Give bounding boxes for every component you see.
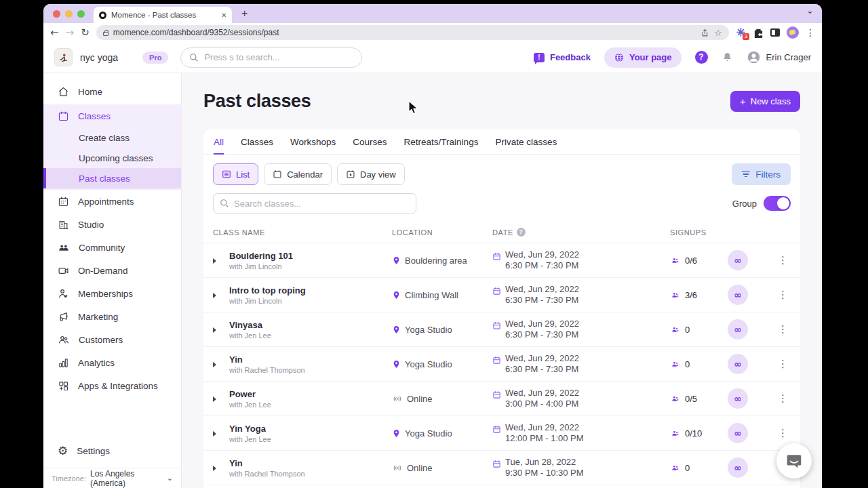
row-menu-icon[interactable]: ⋮ bbox=[778, 427, 788, 439]
minimize-window-button[interactable] bbox=[65, 10, 73, 18]
tab-all[interactable]: All bbox=[214, 129, 224, 154]
recurring-infinity-badge[interactable]: ∞ bbox=[728, 285, 748, 305]
reload-button[interactable]: ↻ bbox=[81, 28, 90, 38]
group-toggle[interactable] bbox=[764, 196, 791, 211]
class-signups: 0/10 bbox=[670, 428, 728, 439]
new-tab-button[interactable]: + bbox=[241, 7, 248, 20]
sidebar-item-community[interactable]: Community bbox=[43, 236, 181, 259]
people-icon bbox=[58, 242, 70, 253]
back-button[interactable]: ← bbox=[50, 28, 59, 38]
class-location: Online bbox=[392, 394, 492, 404]
sidebar-item-analytics[interactable]: Analytics bbox=[43, 351, 181, 374]
table-row[interactable]: Yinwith Rachel ThompsonYoga StudioWed, J… bbox=[203, 347, 800, 382]
calendar-icon bbox=[492, 321, 501, 330]
expand-caret-icon[interactable] bbox=[213, 431, 216, 436]
expand-caret-icon[interactable] bbox=[213, 327, 216, 333]
tab-title: Momence - Past classes bbox=[111, 11, 216, 19]
building-icon bbox=[58, 219, 69, 230]
sidebar-item-marketing[interactable]: Marketing bbox=[43, 305, 181, 328]
forward-button[interactable]: → bbox=[66, 28, 75, 38]
timezone-label: Timezone: bbox=[52, 474, 86, 483]
org-logo[interactable] bbox=[54, 48, 73, 66]
recurring-infinity-badge[interactable]: ∞ bbox=[728, 250, 748, 270]
expand-caret-icon[interactable] bbox=[213, 258, 216, 264]
sidebar-item-on-demand[interactable]: On-Demand bbox=[43, 259, 181, 282]
table-row[interactable]: Intro to top ropingwith Jim LincolnClimb… bbox=[203, 278, 800, 312]
close-tab-icon[interactable]: × bbox=[221, 10, 226, 20]
help-icon[interactable]: ? bbox=[695, 51, 708, 64]
your-page-button[interactable]: Your page bbox=[604, 47, 682, 68]
bookmark-star-icon[interactable]: ☆ bbox=[714, 28, 722, 38]
sidebar-item-create-class[interactable]: Create class bbox=[43, 127, 181, 148]
tab-courses[interactable]: Courses bbox=[353, 129, 387, 154]
sidebar-item-apps-integrations[interactable]: Apps & Integrations bbox=[43, 374, 181, 397]
appointments-calendar-icon bbox=[58, 196, 69, 207]
recurring-infinity-badge[interactable]: ∞ bbox=[728, 354, 748, 374]
browser-profile-avatar[interactable] bbox=[787, 26, 799, 39]
tab-workshops[interactable]: Workshops bbox=[290, 129, 336, 154]
sidebar-item-memberships[interactable]: Memberships bbox=[43, 282, 181, 305]
feedback-bubble-icon: ! bbox=[534, 53, 545, 62]
sidebar-item-studio[interactable]: Studio bbox=[43, 213, 181, 236]
recurring-infinity-badge[interactable]: ∞ bbox=[728, 319, 748, 340]
side-panel-icon[interactable] bbox=[770, 28, 780, 37]
list-view-button[interactable]: List bbox=[213, 163, 258, 185]
sidebar-item-upcoming-classes[interactable]: Upcoming classes bbox=[43, 148, 181, 168]
sidebar-item-classes[interactable]: Classes bbox=[43, 104, 181, 127]
class-location: Yoga Studio bbox=[392, 428, 492, 439]
day-view-button[interactable]: Day view bbox=[337, 163, 405, 185]
address-bar[interactable]: momence.com/dashboard/9352/sessions/past… bbox=[96, 25, 729, 40]
recurring-infinity-badge[interactable]: ∞ bbox=[728, 423, 748, 443]
sidebar-item-past-classes[interactable]: Past classes bbox=[43, 168, 181, 188]
global-search-input[interactable]: Press s to search... bbox=[180, 47, 362, 68]
expand-caret-icon[interactable] bbox=[213, 396, 216, 402]
date-help-icon[interactable]: ? bbox=[517, 228, 526, 237]
table-row[interactable]: Yinwith Rachel ThompsonOnlineTue, Jun 28… bbox=[203, 451, 800, 485]
attendees-icon bbox=[670, 394, 681, 403]
sidebar-item-settings[interactable]: ⚙ Settings bbox=[43, 439, 181, 462]
tab-retreats-trainings[interactable]: Retreats/Trainings bbox=[404, 129, 479, 154]
expand-caret-icon[interactable] bbox=[213, 362, 216, 367]
close-window-button[interactable] bbox=[53, 10, 60, 18]
calendar-icon bbox=[492, 287, 501, 296]
recurring-infinity-badge[interactable]: ∞ bbox=[728, 458, 748, 478]
extension-icon[interactable]: 3 bbox=[736, 27, 747, 38]
calendar-view-button[interactable]: Calendar bbox=[264, 163, 332, 185]
expand-caret-icon[interactable] bbox=[213, 293, 216, 298]
filters-button[interactable]: Filters bbox=[732, 163, 791, 185]
notifications-bell-icon[interactable] bbox=[722, 52, 733, 63]
table-row[interactable]: Powerwith Jen LeeOnlineWed, Jun 29, 2022… bbox=[203, 382, 800, 416]
chat-launcher-button[interactable] bbox=[776, 443, 812, 479]
expand-caret-icon[interactable] bbox=[213, 466, 216, 471]
attendees-icon bbox=[670, 464, 681, 472]
user-menu[interactable]: Erin Crager bbox=[747, 50, 811, 64]
extensions-puzzle-icon[interactable] bbox=[753, 28, 764, 38]
row-menu-icon[interactable]: ⋮ bbox=[778, 358, 788, 370]
feedback-button[interactable]: ! Feedback bbox=[534, 52, 591, 62]
browser-tab[interactable]: Momence - Past classes × bbox=[94, 7, 232, 23]
sidebar-item-customers[interactable]: Customers bbox=[43, 328, 181, 351]
tab-search-chevron-icon[interactable]: ⌄ bbox=[806, 5, 814, 16]
maximize-window-button[interactable] bbox=[77, 10, 85, 18]
table-row[interactable]: Vinyasawith Jen LeeYoga StudioWed, Jun 2… bbox=[203, 312, 800, 347]
new-class-button[interactable]: + New class bbox=[730, 91, 800, 112]
share-icon[interactable] bbox=[701, 28, 709, 37]
location-pin-icon bbox=[392, 290, 401, 300]
class-location: Climbing Wall bbox=[392, 290, 492, 300]
sidebar-item-home[interactable]: Home bbox=[43, 80, 181, 103]
gear-icon: ⚙ bbox=[58, 445, 68, 457]
table-row[interactable]: Bouldering 101with Jim LincolnBouldering… bbox=[203, 243, 800, 278]
tab-classes[interactable]: Classes bbox=[241, 129, 273, 154]
row-menu-icon[interactable]: ⋮ bbox=[778, 323, 788, 336]
row-menu-icon[interactable]: ⋮ bbox=[778, 392, 788, 405]
recurring-infinity-badge[interactable]: ∞ bbox=[728, 388, 748, 409]
tab-private-classes[interactable]: Private classes bbox=[495, 129, 557, 154]
row-menu-icon[interactable]: ⋮ bbox=[778, 254, 788, 266]
browser-menu-icon[interactable]: ⋮ bbox=[806, 27, 815, 38]
window-controls[interactable] bbox=[53, 10, 85, 18]
search-classes-input[interactable]: Search classes... bbox=[213, 193, 416, 214]
table-row[interactable]: Yin Yogawith Jen LeeYoga StudioWed, Jun … bbox=[203, 416, 800, 451]
sidebar-item-appointments[interactable]: Appointments bbox=[43, 190, 181, 213]
timezone-selector[interactable]: Timezone: Los Angeles (America) ⌄ bbox=[43, 468, 181, 488]
row-menu-icon[interactable]: ⋮ bbox=[778, 289, 788, 301]
